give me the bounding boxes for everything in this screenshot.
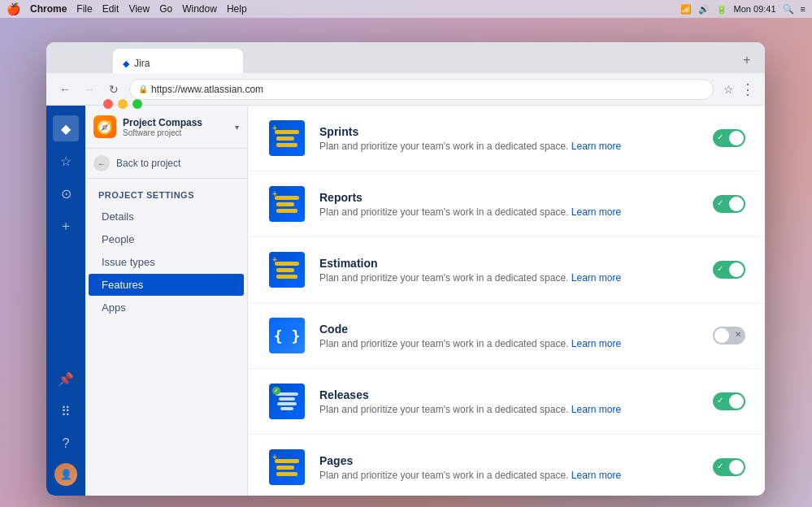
code-name: Code: [319, 323, 700, 336]
chevron-down-icon: ▾: [235, 123, 239, 132]
code-desc: Plan and prioritize your team's work in …: [319, 338, 700, 349]
avatar-image: 👤: [60, 469, 72, 480]
estimation-learn-more[interactable]: Learn more: [571, 272, 621, 284]
code-icon: { }: [267, 316, 306, 355]
nav-star-icon[interactable]: ☆: [53, 148, 79, 174]
sidebar-item-people[interactable]: People: [89, 228, 244, 250]
sprints-icon: +: [267, 119, 306, 158]
menu-help[interactable]: Help: [227, 3, 247, 15]
code-info: Code Plan and prioritize your team's wor…: [319, 323, 700, 349]
toggle-check-icon: ✓: [717, 462, 723, 470]
new-tab-button[interactable]: +: [736, 49, 758, 72]
sidebar-item-features[interactable]: Features: [89, 274, 244, 296]
toggle-knob: [729, 394, 744, 409]
sprints-toggle[interactable]: ✓: [713, 129, 745, 147]
code-toggle[interactable]: ✕: [713, 327, 745, 344]
back-to-project-button[interactable]: ← Back to project: [85, 149, 247, 179]
search-icon[interactable]: 🔍: [783, 4, 794, 15]
back-button[interactable]: ←: [56, 80, 74, 98]
bookmark-icon[interactable]: ☆: [723, 83, 734, 96]
url-bar[interactable]: 🔒 https://www.atlassian.com: [129, 79, 714, 100]
project-name: Project Compass: [123, 117, 228, 128]
tab-label: Jira: [134, 58, 150, 69]
nav-home-icon[interactable]: ◆: [53, 115, 79, 141]
nav-apps-icon[interactable]: ⠿: [53, 398, 79, 424]
pages-desc: Plan and prioritize your team's work in …: [319, 470, 700, 481]
sprints-name: Sprints: [319, 125, 700, 138]
close-button[interactable]: [103, 99, 113, 109]
releases-icon: ✓: [267, 382, 306, 421]
reports-info: Reports Plan and prioritize your team's …: [319, 191, 700, 218]
feature-row-releases: ✓ Releases Plan and prioritize your team…: [248, 369, 765, 435]
project-sidebar: 🧭 Project Compass Software project ▾ ← B…: [85, 106, 248, 496]
browser-window: ◆ Jira + ← → ↻ 🔒 https://www.atlassian.c…: [46, 42, 765, 496]
nav-help-icon[interactable]: ?: [53, 431, 79, 457]
minimize-button[interactable]: [118, 99, 128, 109]
project-settings-nav: Project settings Details People Issue ty…: [85, 179, 247, 326]
pages-learn-more[interactable]: Learn more: [571, 470, 621, 481]
reports-name: Reports: [319, 191, 700, 204]
control-center-icon[interactable]: ≡: [801, 4, 805, 14]
releases-toggle[interactable]: ✓: [713, 392, 745, 410]
back-arrow-icon: ←: [93, 155, 110, 171]
nav-avatar[interactable]: 👤: [54, 463, 77, 486]
sprints-learn-more[interactable]: Learn more: [571, 141, 621, 152]
apple-menu[interactable]: 🍎: [7, 2, 20, 15]
releases-learn-more[interactable]: Learn more: [571, 404, 621, 415]
clock: Mon 09:41: [734, 4, 776, 14]
toggle-knob: [714, 328, 729, 343]
releases-info: Releases Plan and prioritize your team's…: [319, 388, 700, 415]
feature-row-code: { } Code Plan and prioritize your team's…: [248, 303, 765, 369]
menu-edit[interactable]: Edit: [102, 3, 119, 15]
feature-row-reports: + Reports Plan and prioritize your team'…: [248, 171, 765, 237]
plus-decoration: +: [272, 255, 277, 264]
sound-icon: 🔊: [698, 4, 710, 15]
app-name[interactable]: Chrome: [30, 3, 67, 15]
menu-file[interactable]: File: [76, 3, 92, 15]
menubar: 🍎 Chrome File Edit View Go Window Help 📶…: [0, 0, 812, 18]
jira-nav: ◆ ☆ ⊙ ＋ 📌 ⠿ ? 👤: [46, 106, 85, 496]
project-header[interactable]: 🧭 Project Compass Software project ▾: [85, 106, 247, 149]
nav-add-icon[interactable]: ＋: [53, 213, 79, 239]
sidebar-item-issue-types[interactable]: Issue types: [89, 251, 244, 273]
estimation-toggle[interactable]: ✓: [713, 261, 745, 279]
pages-icon: +: [267, 448, 306, 487]
reports-icon: +: [267, 184, 306, 223]
nav-search-icon[interactable]: ⊙: [53, 180, 79, 206]
toggle-knob: [729, 197, 744, 211]
code-learn-more[interactable]: Learn more: [571, 338, 621, 349]
pages-info: Pages Plan and prioritize your team's wo…: [319, 454, 700, 481]
project-icon: 🧭: [93, 115, 116, 138]
menu-go[interactable]: Go: [159, 3, 172, 15]
reports-toggle[interactable]: ✓: [713, 195, 745, 213]
main-content: + Sprints Plan and prioritize your team'…: [248, 106, 765, 496]
pages-name: Pages: [319, 454, 700, 467]
sidebar-item-apps[interactable]: Apps: [89, 297, 244, 318]
toggle-knob: [729, 460, 744, 474]
releases-name: Releases: [319, 388, 700, 401]
browser-menu-icon[interactable]: ⋮: [740, 80, 755, 98]
sprints-desc: Plan and prioritize your team's work in …: [319, 141, 700, 152]
toggle-check-icon: ✓: [717, 264, 723, 273]
toggle-knob: [729, 131, 744, 145]
sidebar-item-details[interactable]: Details: [89, 206, 244, 228]
maximize-button[interactable]: [132, 99, 142, 109]
nav-pin-icon[interactable]: 📌: [53, 366, 79, 392]
feature-row-estimation: + Estimation Plan and prioritize your te…: [248, 237, 765, 303]
check-decoration: ✓: [272, 387, 280, 395]
feature-row-pages: + Pages Plan and prioritize your team's …: [248, 435, 765, 496]
jira-tab-icon: ◆: [123, 58, 129, 69]
pages-toggle[interactable]: ✓: [713, 458, 745, 476]
releases-desc: Plan and prioritize your team's work in …: [319, 404, 700, 415]
estimation-name: Estimation: [319, 257, 700, 270]
menu-view[interactable]: View: [128, 3, 150, 15]
tab-jira[interactable]: ◆ Jira: [113, 49, 243, 73]
toggle-check-icon: ✓: [717, 198, 723, 207]
forward-button[interactable]: →: [80, 80, 98, 98]
menu-window[interactable]: Window: [182, 3, 217, 15]
back-label: Back to project: [116, 158, 180, 169]
url-text: https://www.atlassian.com: [151, 84, 263, 95]
sprints-info: Sprints Plan and prioritize your team's …: [319, 125, 700, 152]
reports-learn-more[interactable]: Learn more: [571, 206, 621, 218]
toggle-check-icon: ✓: [717, 396, 723, 405]
